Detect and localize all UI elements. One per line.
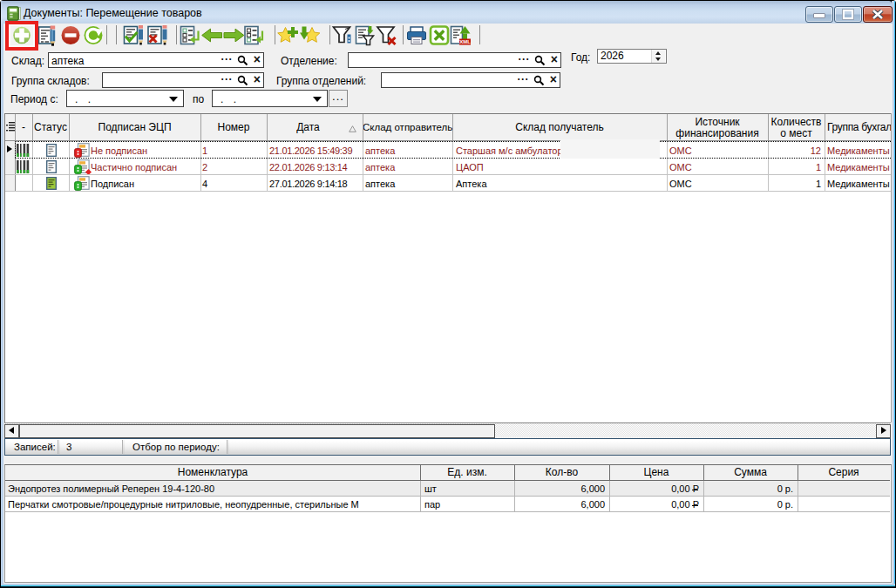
svg-text:XML: XML [459, 39, 471, 44]
